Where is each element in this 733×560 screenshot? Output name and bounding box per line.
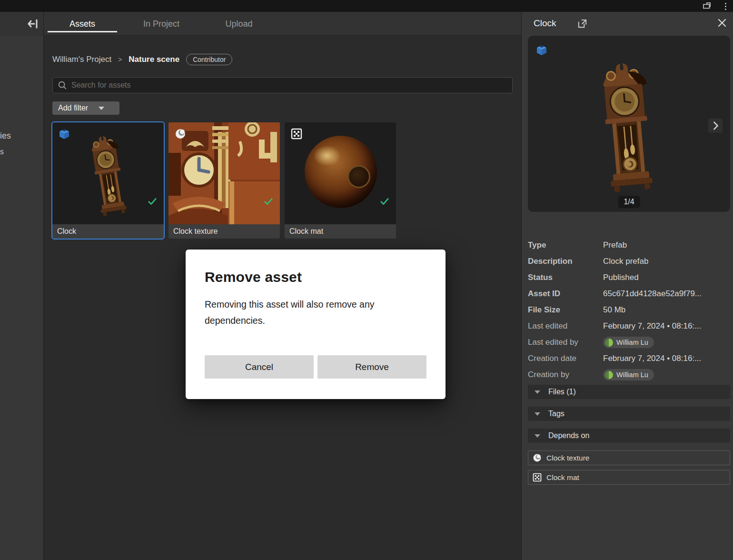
meta-label: File Size [528, 305, 603, 315]
meta-value: Prefab [603, 240, 627, 250]
meta-label: Type [528, 240, 603, 250]
asset-preview: 1/4 [528, 36, 730, 212]
external-link-icon [577, 18, 588, 29]
section-label: Depends on [548, 431, 589, 440]
meta-label: Last edited by [528, 338, 603, 347]
search-input[interactable] [71, 81, 507, 90]
meta-label: Last edited [528, 321, 603, 331]
section-label: Tags [548, 410, 565, 418]
triangle-down-icon [535, 434, 540, 438]
remove-button[interactable]: Remove [317, 355, 426, 379]
prefab-cube-icon [536, 44, 547, 56]
meta-row-creation-by: Creation by William Lu [528, 367, 730, 383]
meta-row-last-edited: Last edited February 7, 2024 • 08:16:... [528, 318, 730, 334]
dialog-actions: Cancel Remove [205, 355, 426, 379]
meta-row-file-size: File Size 50 Mb [528, 302, 730, 318]
search-icon [58, 80, 67, 90]
cancel-button[interactable]: Cancel [205, 355, 314, 379]
section-tags[interactable]: Tags [528, 407, 730, 421]
section-depends-on[interactable]: Depends on [528, 429, 730, 443]
meta-label: Description [528, 257, 603, 266]
meta-label: Asset ID [528, 289, 603, 299]
chevron-right-icon [713, 121, 719, 130]
breadcrumb: William's Project > Nature scene Contrib… [52, 54, 232, 65]
panel-title: Clock [534, 18, 556, 29]
next-preview-button[interactable] [708, 119, 723, 133]
texture-sphere-icon [175, 128, 186, 140]
add-filter-button[interactable]: Add filter [52, 101, 119, 115]
meta-value: Published [603, 273, 639, 282]
app-window: ies s Assets In Project Upload William's… [0, 0, 733, 560]
tab-bar: Assets In Project Upload [44, 12, 521, 36]
close-icon [717, 18, 727, 28]
meta-label: Creation date [528, 354, 603, 363]
asset-grid: Clock Clock texture [52, 122, 396, 239]
section-files[interactable]: Files (1) [528, 385, 730, 399]
meta-value: 65c671dd4128ae52a9f79... [603, 289, 702, 299]
user-pill[interactable]: William Lu [603, 337, 654, 348]
dependency-clock-mat[interactable]: Clock mat [528, 470, 730, 485]
meta-row-last-edited-by: Last edited by William Lu [528, 334, 730, 350]
avatar [605, 371, 613, 379]
meta-value: February 7, 2024 • 08:16:... [603, 321, 701, 331]
asset-thumbnail [168, 122, 280, 224]
meta-value: 50 Mb [603, 305, 625, 315]
section-label: Files (1) [548, 388, 576, 396]
asset-metadata: Type Prefab Description Clock prefab Sta… [528, 237, 730, 383]
texture-sphere-icon [533, 453, 542, 462]
kebab-menu-icon[interactable] [723, 1, 727, 11]
asset-card-clock[interactable]: Clock [52, 122, 164, 239]
dependency-name: Clock mat [546, 473, 579, 482]
triangle-down-icon [535, 390, 540, 394]
synced-check-icon [148, 198, 157, 205]
remove-asset-dialog: Remove asset Removing this asset will al… [186, 250, 446, 399]
meta-row-description: Description Clock prefab [528, 253, 730, 270]
asset-card-clock-mat[interactable]: Clock mat [285, 122, 396, 239]
asset-thumbnail [285, 122, 396, 224]
meta-value: Clock prefab [603, 257, 648, 266]
synced-check-icon [380, 198, 389, 205]
triangle-down-icon [535, 412, 540, 416]
meta-label: Creation by [528, 370, 603, 380]
meta-value: February 7, 2024 • 08:16:... [603, 354, 701, 363]
chevron-down-icon [99, 107, 104, 110]
open-external-button[interactable] [576, 18, 588, 30]
tab-assets[interactable]: Assets [48, 12, 117, 36]
meta-row-status: Status Published [528, 270, 730, 286]
collapse-left-icon [27, 18, 40, 30]
clock-render [81, 128, 135, 221]
preview-pagination: 1/4 [618, 196, 640, 208]
search-box [52, 77, 513, 93]
dialog-title: Remove asset [205, 269, 302, 285]
tab-upload[interactable]: Upload [206, 12, 272, 36]
collapse-sidebar-button[interactable] [27, 18, 40, 30]
asset-details-panel: Clock 1/4 Type Prefab [521, 12, 733, 560]
breadcrumb-project[interactable]: William's Project [52, 55, 111, 64]
sidebar-toolbar [0, 12, 43, 36]
asset-card-name: Clock texture [168, 224, 280, 239]
sidebar-item-clipped[interactable]: ies [0, 131, 11, 141]
close-panel-button[interactable] [717, 18, 727, 29]
user-name: William Lu [616, 339, 648, 346]
add-filter-label: Add filter [58, 104, 88, 112]
asset-card-name: Clock mat [285, 224, 396, 239]
asset-card-clock-texture[interactable]: Clock texture [168, 122, 280, 239]
user-name: William Lu [616, 371, 648, 379]
user-pill[interactable]: William Lu [603, 369, 654, 380]
asset-thumbnail [52, 122, 164, 224]
material-sphere-render [305, 136, 377, 208]
left-sidebar-rail: ies s [0, 12, 44, 560]
material-checker-icon [291, 128, 302, 140]
dependency-clock-texture[interactable]: Clock texture [528, 450, 730, 465]
sidebar-item-clipped[interactable]: s [0, 148, 4, 156]
asset-card-name: Clock [52, 224, 164, 239]
avatar [605, 339, 613, 347]
dock-window-icon[interactable] [703, 2, 711, 10]
breadcrumb-scene[interactable]: Nature scene [129, 55, 179, 64]
meta-row-asset-id: Asset ID 65c671dd4128ae52a9f79... [528, 286, 730, 302]
synced-check-icon [264, 198, 273, 205]
dialog-message: Removing this asset will also remove any… [205, 296, 419, 329]
window-titlebar [0, 0, 733, 12]
material-checker-icon [533, 473, 542, 482]
tab-in-project[interactable]: In Project [117, 12, 206, 36]
